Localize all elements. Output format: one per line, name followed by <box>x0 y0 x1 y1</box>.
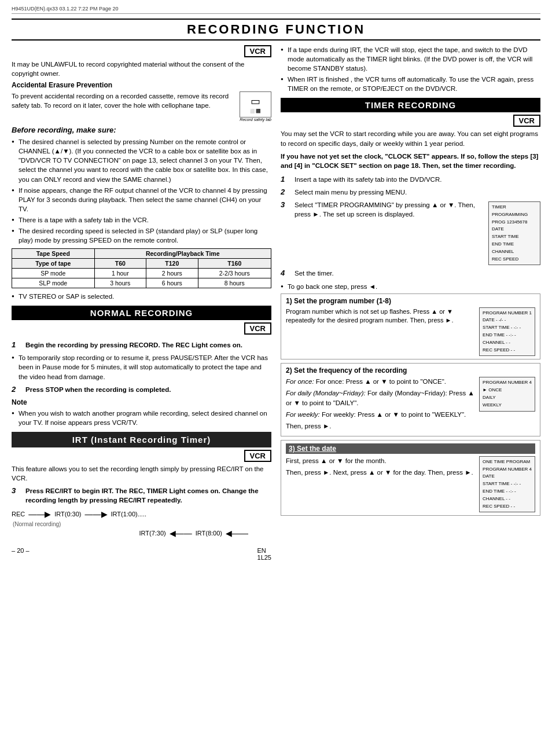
right-bullet-2: When IRT is finished , the VCR turns off… <box>281 75 540 93</box>
bullet-2: If noise appears, change the RF output c… <box>12 186 271 214</box>
back-bullet-list: To go back one step, press ◄. <box>281 282 540 291</box>
irt-diagram-top: REC ——▶ IRT(0:30) ——▶ IRT(1:00)..... <box>12 509 271 519</box>
right-bullet-1: If a tape ends during IRT, the VCR will … <box>281 45 540 73</box>
s1-line5: CHANNEL - - <box>483 339 532 347</box>
set3-content: First, press ▲ or ▼ for the month. Then,… <box>286 456 535 513</box>
pause-bullet-list: To temporarily stop recording or to resu… <box>12 353 271 381</box>
irt-header: IRT (Instant Recording Timer) <box>12 432 271 447</box>
record-safety-image: ▭ ⬜ ⬛ <box>240 91 271 118</box>
s3-line7: REC SPEED - - <box>483 503 532 511</box>
screen-line-2: PROG 12345678 <box>492 219 537 226</box>
left-column: VCR It may be UNLAWFUL to record copyrig… <box>12 45 271 561</box>
set2-header: 2) Set the frequency of the recording <box>286 366 535 375</box>
before-bullets: The desired channel is selected by press… <box>12 137 271 245</box>
for-once-text: For once: Press ▲ or ▼ to point to "ONCE… <box>316 378 446 385</box>
screen-line-7: REC SPEED <box>492 256 537 263</box>
normal-step-2-text: Press STOP when the recording is complet… <box>25 385 271 394</box>
arrow-right-2: ——▶ <box>85 509 108 519</box>
set3-text2: Then, press ►. Next, press ▲ or ▼ for th… <box>286 468 474 477</box>
table-row-sp: SP mode 1 hour 2 hours 2-2/3 hours <box>12 269 271 278</box>
set3-text1: First, press ▲ or ▼ for the month. <box>286 456 474 465</box>
table-row-slp: SLP mode 3 hours 6 hours 8 hours <box>12 278 271 288</box>
normal-recording-label: (Normal recording) <box>13 521 271 527</box>
set-frequency-section: 2) Set the frequency of the recording Fo… <box>281 363 540 436</box>
main-content: VCR It may be UNLAWFUL to record copyrig… <box>12 45 540 561</box>
s2-line1: PROGRAM NUMBER 4 <box>483 379 532 387</box>
record-safety-label: Record safety tab <box>12 118 271 122</box>
table-sub-t60: T60 <box>94 259 146 269</box>
timer-step-1-content: Insert a tape with its safety tab into t… <box>295 176 441 183</box>
pause-bullet: To temporarily stop recording or to resu… <box>12 353 271 381</box>
table-sub-type: Type of tape <box>12 259 95 269</box>
accidental-section: ▭ ⬜ ⬛ To prevent accidental recording on… <box>12 91 271 118</box>
timer-step-3-content: Select "TIMER PROGRAMMING" by pressing ▲… <box>295 201 475 218</box>
timer-step-2: 2 Select main menu by pressing MENU. <box>281 188 540 197</box>
cassette-icon: ▭ <box>251 95 260 108</box>
sp-t60: 1 hour <box>94 269 146 278</box>
safety-tab-label: ⬜ ⬛ <box>250 109 262 113</box>
timer-step-3-text: Select "TIMER PROGRAMMING" by pressing ▲… <box>295 200 540 265</box>
s3-line3: DATE <box>483 473 532 480</box>
accidental-heading: Accidental Erasure Prevention <box>12 80 271 90</box>
irt-800: IRT(8:00) <box>196 530 222 537</box>
code-label: 1L25 <box>257 554 271 561</box>
footer-right: EN 1L25 <box>257 547 271 561</box>
normal-step-2-bold: Press STOP when the recording is complet… <box>25 386 171 393</box>
slp-t160: 8 hours <box>198 278 271 288</box>
step3-box: Select "TIMER PROGRAMMING" by pressing ▲… <box>295 200 540 265</box>
set1-text: Program number which is not set up flash… <box>286 307 474 325</box>
page-footer: – 20 – EN 1L25 <box>12 547 271 561</box>
right-top-bullets: If a tape ends during IRT, the VCR will … <box>281 45 540 93</box>
for-once-label: For once: <box>286 378 314 385</box>
slp-t60: 3 hours <box>94 278 146 288</box>
step3-text-area: Select "TIMER PROGRAMMING" by pressing ▲… <box>295 200 484 219</box>
timer-step-3: 3 Select "TIMER PROGRAMMING" by pressing… <box>281 200 540 265</box>
timer-step-4-text: Set the timer. <box>295 269 540 278</box>
s1-line3: START TIME - -:- - <box>483 324 532 332</box>
before-heading: Before recording, make sure: <box>12 125 271 135</box>
timer-important: If you have not yet set the clock, "CLOC… <box>281 152 540 170</box>
file-info: H9451UD(EN).qx33 03.1.22 7:22 PM Page 20 <box>12 6 119 12</box>
timer-step-1-text: Insert a tape with its safety tab into t… <box>295 175 540 184</box>
sp-mode-label: SP mode <box>12 269 95 278</box>
s1-line1: PROGRAM NUMBER 1 <box>483 310 532 317</box>
slp-t120: 6 hours <box>146 278 198 288</box>
set3-text: First, press ▲ or ▼ for the month. Then,… <box>286 456 474 479</box>
s3-line5: END TIME - -:- - <box>483 488 532 496</box>
timer-step-2-text: Select main menu by pressing MENU. <box>295 188 540 197</box>
s1-line6: REC SPEED - - <box>483 347 532 354</box>
irt-diagram-bottom: ◀—— IRT(8:00) ◀—— IRT(7:30) <box>12 529 248 538</box>
normal-step-1-bold: Begin the recording by pressing RECORD. … <box>25 342 242 348</box>
back-bullet: To go back one step, press ◄. <box>281 282 540 291</box>
irt-step-3-text: Press REC/IRT to begin IRT. The REC, TIM… <box>25 486 271 505</box>
sp-t160: 2-2/3 hours <box>198 269 271 278</box>
normal-step-1-text: Begin the recording by pressing RECORD. … <box>25 340 271 350</box>
accidental-text: To prevent accidental recording on a rec… <box>12 91 271 110</box>
set2-screen: PROGRAM NUMBER 4 ► ONCE DAILY WEEKLY <box>479 377 535 411</box>
s2-line4: WEEKLY <box>483 402 532 409</box>
table-header-speed: Tape Speed <box>12 249 95 259</box>
set1-screen: PROGRAM NUMBER 1 DATE - -/- - START TIME… <box>479 307 535 357</box>
bullet-3: There is a tape with a safety tab in the… <box>12 215 271 225</box>
rec-label: REC <box>12 511 25 518</box>
screen-line-6: CHANNEL <box>492 248 537 256</box>
set-program-section: 1) Set the program number (1-8) Program … <box>281 293 540 360</box>
note-bullet: When you wish to watch another program w… <box>12 409 271 427</box>
screen-line-1: TIMER PROGRAMMING <box>492 204 537 219</box>
sp-t120: 2 hours <box>146 269 198 278</box>
table-header-time: Recording/Playback Time <box>94 249 271 259</box>
s3-line2: PROGRAM NUMBER 4 <box>483 466 532 474</box>
irt-030: IRT(0:30) <box>54 511 81 518</box>
for-daily-label: For daily (Monday~Friday): <box>286 390 366 397</box>
page-num: – 20 – <box>12 547 30 561</box>
normal-step-1: 1 Begin the recording by pressing RECORD… <box>12 340 271 350</box>
s2-line3: DAILY <box>483 394 532 402</box>
s3-line1: ONE TIME PROGRAM <box>483 458 532 466</box>
timer-programming-screen: TIMER PROGRAMMING PROG 12345678 DATE STA… <box>488 201 540 265</box>
screen-line-3: DATE <box>492 226 537 233</box>
en-label: EN <box>257 547 266 554</box>
page-title: RECORDING FUNCTION <box>12 19 540 41</box>
slp-mode-label: SLP mode <box>12 278 95 288</box>
note-heading: Note <box>12 398 271 408</box>
timer-recording-header: TIMER RECORDING <box>281 98 540 112</box>
